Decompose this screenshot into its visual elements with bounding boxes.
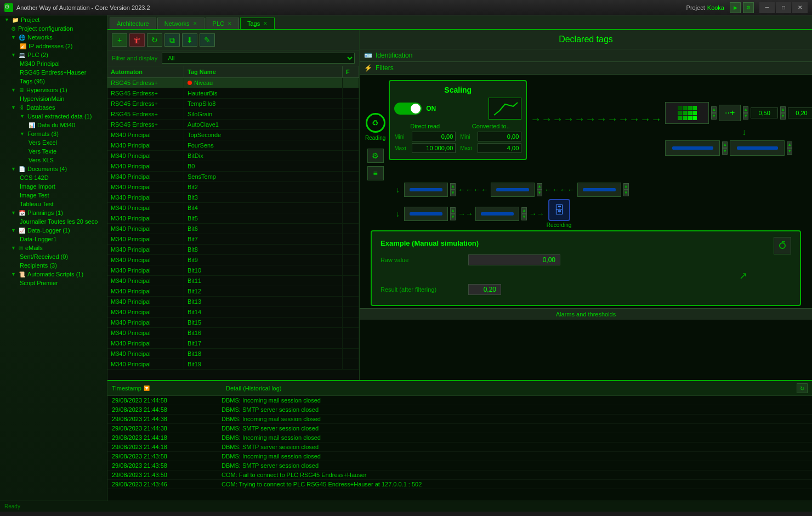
direct-maxi-input[interactable] [412, 143, 456, 153]
raw-value-input[interactable] [468, 254, 560, 265]
sidebar-item-vers-texte[interactable]: Vers Texte [0, 147, 107, 156]
sidebar-item-hypervisors[interactable]: ▼ 🖥 Hypervisors (1) [0, 86, 107, 94]
spin-down-11[interactable]: ▼ [521, 214, 527, 220]
tag-row[interactable]: M340 PrincipalBit15 [107, 317, 359, 328]
tag-row[interactable]: M340 PrincipalBit3 [107, 192, 359, 203]
sidebar-item-plc[interactable]: ▼ 💻 PLC (2) [0, 50, 107, 59]
log-row[interactable]: 29/08/2023 21:43:50COM: Fail to connect … [107, 470, 812, 480]
tag-row[interactable]: M340 PrincipalBit7 [107, 234, 359, 245]
spin-up-6[interactable]: ▲ [787, 141, 792, 148]
spin-down-6[interactable]: ▼ [787, 148, 792, 155]
sidebar-item-plannings[interactable]: ▼ 📅 Plannings (1) [0, 208, 107, 217]
sidebar-item-vers-xls[interactable]: Vers XLS [0, 156, 107, 165]
tag-row[interactable]: M340 PrincipalBit2 [107, 182, 359, 192]
sidebar-item-hypervision[interactable]: HypervisionMain [0, 94, 107, 103]
sidebar-item-emails[interactable]: ▼ ✉ eMails [0, 243, 107, 252]
spin-up-10[interactable]: ▲ [450, 207, 456, 214]
tag-row[interactable]: M340 PrincipalBit13 [107, 297, 359, 307]
tag-row[interactable]: M340 PrincipalBit8 [107, 245, 359, 255]
tag-row[interactable]: M340 PrincipalBit6 [107, 224, 359, 234]
sidebar-item-datalogger1[interactable]: Data-Logger1 [0, 235, 107, 243]
tab-networks[interactable]: Networks ✕ [157, 18, 205, 29]
tag-row[interactable]: M340 PrincipalB0 [107, 161, 359, 172]
tag-row[interactable]: M340 PrincipalTopSeconde [107, 130, 359, 140]
tab-close-plc[interactable]: ✕ [228, 21, 232, 26]
example-gear-btn[interactable] [774, 237, 791, 254]
spin-up-11[interactable]: ▲ [521, 207, 527, 214]
sidebar-item-networks[interactable]: ▼ 🌐 Networks [0, 33, 107, 42]
edit-button[interactable]: ✎ [200, 33, 215, 47]
maximize-button[interactable]: □ [776, 2, 791, 13]
refresh-button[interactable]: ↻ [147, 33, 162, 47]
sidebar-item-config[interactable]: ⚙ Project configuration [0, 24, 107, 33]
download-button[interactable]: ⬇ [182, 33, 197, 47]
alarms-bar[interactable]: Alarms and thresholds [360, 308, 812, 320]
spin-down-3[interactable]: ▼ [780, 113, 786, 120]
tab-architecture[interactable]: Architecture [110, 18, 156, 29]
converted-maxi-input[interactable] [478, 143, 521, 153]
tab-close-tags[interactable]: ✕ [263, 21, 268, 26]
converted-mini-input[interactable] [478, 132, 521, 141]
tag-row[interactable]: M340 PrincipalBit17 [107, 338, 359, 349]
tab-close-networks[interactable]: ✕ [193, 21, 197, 26]
sidebar-item-img-test[interactable]: Image Test [0, 191, 107, 200]
tool-btn-2[interactable]: ≡ [367, 166, 384, 180]
settings-icon[interactable]: ⚙ [743, 2, 754, 13]
spin-down-1[interactable]: ▼ [711, 113, 717, 120]
sidebar-item-databases[interactable]: ▼ 🗄 Databases [0, 103, 107, 112]
tag-row[interactable]: M340 PrincipalBit14 [107, 307, 359, 317]
spin-down-8[interactable]: ▼ [537, 190, 542, 196]
sidebar-item-tableau-test[interactable]: Tableau Test [0, 200, 107, 208]
tag-row[interactable]: M340 PrincipalBit4 [107, 203, 359, 213]
play-btn[interactable]: ▶ [730, 2, 741, 13]
tag-row[interactable]: M340 PrincipalBit19 [107, 359, 359, 370]
toggle-on-btn[interactable] [394, 103, 422, 115]
log-row[interactable]: 29/08/2023 21:44:18DBMS: Incoming mail s… [107, 433, 812, 443]
log-row[interactable]: 29/08/2023 21:44:58DBMS: SMTP server ses… [107, 405, 812, 415]
sidebar-item-tags[interactable]: Tags (95) [0, 77, 107, 86]
log-row[interactable]: 29/08/2023 21:44:58DBMS: Incoming mail s… [107, 396, 812, 405]
sidebar-item-journalier[interactable]: Journalier Toutes les 20 seco [0, 217, 107, 226]
tag-row[interactable]: M340 PrincipalBit11 [107, 276, 359, 286]
close-button[interactable]: ✕ [792, 2, 808, 13]
sidebar-item-project[interactable]: ▼ 📁 Project [0, 15, 107, 24]
delete-tag-button[interactable]: 🗑 [129, 33, 145, 47]
log-row[interactable]: 29/08/2023 21:44:18DBMS: SMTP server ses… [107, 443, 812, 452]
log-row[interactable]: 29/08/2023 21:44:38DBMS: Incoming mail s… [107, 415, 812, 424]
add-tag-button[interactable]: + [112, 33, 127, 47]
sidebar-item-recipients[interactable]: Recipients (3) [0, 261, 107, 270]
scaling-chart[interactable] [489, 98, 521, 120]
tag-row[interactable]: RSG45 Endress+SiloGrain [107, 109, 359, 120]
sidebar-item-documents[interactable]: ▼ 📄 Documents (4) [0, 165, 107, 173]
tab-tags[interactable]: Tags ✕ [240, 18, 275, 29]
spin-down-2[interactable]: ▼ [743, 113, 748, 120]
sidebar-item-rsg45[interactable]: RSG45 Endress+Hauser [0, 68, 107, 77]
tool-btn-1[interactable]: ⚙ [367, 149, 384, 163]
spin-up-7[interactable]: ▲ [450, 183, 456, 190]
spin-down-7[interactable]: ▼ [450, 190, 456, 196]
direct-mini-input[interactable] [412, 132, 456, 141]
tag-row[interactable]: M340 PrincipalBit18 [107, 349, 359, 359]
tag-row[interactable]: M340 PrincipalBitDix [107, 151, 359, 161]
minimize-button[interactable]: ─ [759, 2, 775, 13]
sidebar-item-ip[interactable]: 📶 IP addresses (2) [0, 42, 107, 50]
sidebar-item-sent[interactable]: Sent/Received (0) [0, 252, 107, 261]
sidebar-item-img-import[interactable]: Image Import [0, 182, 107, 191]
tab-plc[interactable]: PLC ✕ [206, 18, 239, 29]
tag-row[interactable]: M340 PrincipalFourSens [107, 140, 359, 151]
tag-row[interactable]: M340 PrincipalBit9 [107, 255, 359, 265]
spin-down-10[interactable]: ▼ [450, 214, 456, 220]
tag-row[interactable]: M340 PrincipalBit16 [107, 328, 359, 338]
identification-bar[interactable]: 🪪 Identification [360, 49, 812, 62]
sidebar-item-script-premier[interactable]: Script Premier [0, 279, 107, 287]
tag-row[interactable]: M340 PrincipalSensTemp [107, 172, 359, 182]
sidebar-item-data-m340[interactable]: 📊 Data du M340 [0, 121, 107, 129]
log-row[interactable]: 29/08/2023 21:43:46COM: Trying to connec… [107, 480, 812, 489]
spin-up-1[interactable]: ▲ [711, 106, 717, 113]
spin-up-2[interactable]: ▲ [743, 106, 748, 113]
filters-bar[interactable]: ⚡ Filters [360, 62, 812, 75]
sidebar-item-m340[interactable]: M340 Principal [0, 59, 107, 68]
copy-button[interactable]: ⧉ [164, 33, 180, 47]
tag-row[interactable]: RSG45 Endress+HauteurBis [107, 88, 359, 99]
spin-up-5[interactable]: ▲ [722, 141, 728, 148]
